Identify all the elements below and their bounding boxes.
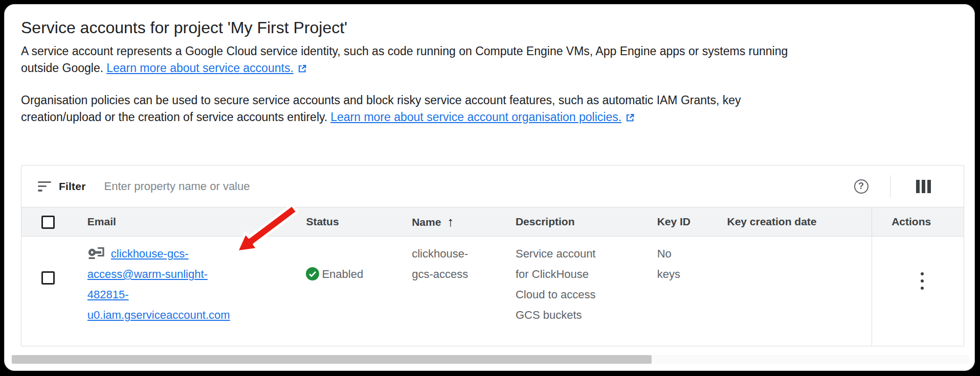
column-header-name[interactable]: Name↑ [412,207,516,236]
row-name-cell: clickhouse- gcs-access [412,237,516,346]
intro-paragraph-1: A service account represents a Google Cl… [21,43,965,77]
intro-paragraph-2: Organisation policies can be used to sec… [21,92,965,126]
column-display-options-icon[interactable] [916,180,931,193]
help-icon[interactable]: ? [854,179,868,194]
table-header-row: Email Status Name↑ Description Key ID Ke… [21,207,964,237]
select-all-checkbox[interactable] [41,216,55,229]
external-link-icon [625,113,635,123]
table-toolbar: Filter ? [21,166,964,207]
external-link-icon [297,64,307,74]
column-header-actions: Actions [872,207,964,236]
status-enabled-check-icon [306,267,319,280]
row-key-creation-date-cell [727,237,872,346]
horizontal-scrollbar-thumb[interactable] [12,355,652,364]
column-header-description[interactable]: Description [516,207,657,236]
service-accounts-page: Service accounts for project 'My First P… [4,4,975,371]
status-text: Enabled [322,264,363,285]
table-row: clickhouse-gcs- access@warm-sunlight- 48… [21,237,964,346]
filter-input[interactable] [103,179,854,194]
sort-ascending-icon: ↑ [447,214,454,229]
service-accounts-table: Filter ? Email Status Name↑ Description … [21,165,964,346]
filter-funnel-icon [38,181,51,192]
learn-more-organisation-policies-link[interactable]: Learn more about service account organis… [330,110,621,124]
column-header-key-creation-date[interactable]: Key creation date [727,207,872,236]
toolbar-divider [890,175,890,198]
column-header-status[interactable]: Status [306,207,412,236]
service-account-email-link[interactable]: clickhouse-gcs- access@warm-sunlight- 48… [87,247,230,321]
filter-label: Filter [59,180,86,193]
service-account-key-icon [87,246,105,260]
row-status-cell: Enabled [306,237,412,346]
row-email-cell: clickhouse-gcs- access@warm-sunlight- 48… [87,237,306,346]
column-header-key-id[interactable]: Key ID [657,207,727,236]
row-description-cell: Service account for ClickHouse Cloud to … [516,237,657,346]
kebab-menu-icon[interactable] [921,272,924,290]
learn-more-service-accounts-link[interactable]: Learn more about service accounts. [106,61,294,75]
row-select-cell [21,237,87,346]
row-checkbox[interactable] [41,271,55,285]
row-key-id-cell: No keys [657,237,727,346]
page-title: Service accounts for project 'My First P… [21,16,347,39]
horizontal-scrollbar-track[interactable] [12,355,969,364]
header-select-all-cell [21,207,87,236]
column-header-email[interactable]: Email [87,207,306,236]
row-actions-cell [872,237,964,346]
